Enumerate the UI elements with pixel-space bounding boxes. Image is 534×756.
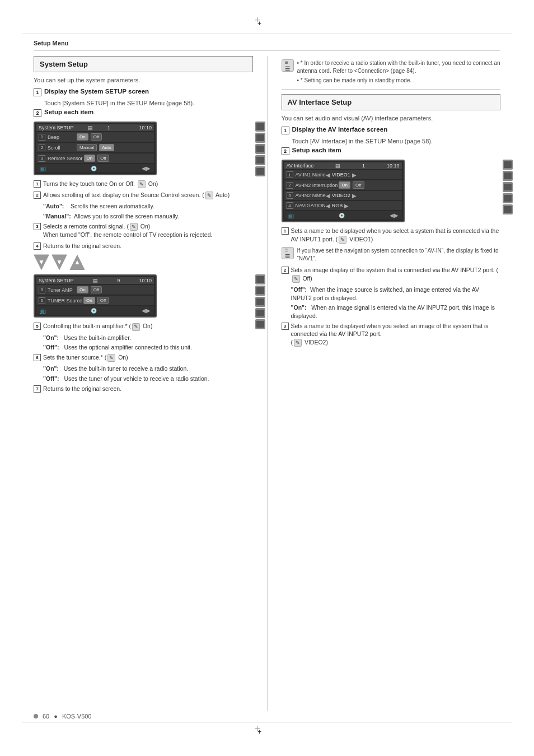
av-setup-desc: You can set audio and visual (AV) interf… xyxy=(282,115,501,122)
av-step1-num: 1 xyxy=(282,127,289,134)
screen2-row6-btn-off[interactable]: Off xyxy=(97,297,109,304)
separator xyxy=(282,89,501,90)
av-nav-cd: 💿 xyxy=(339,213,345,218)
av-row1-arr-left[interactable]: ◀ xyxy=(326,172,330,178)
footer-area: 60 ● KOS-V500 xyxy=(34,713,92,720)
av-step1-item: 1 Display the AV Interface screen xyxy=(282,126,501,134)
header-area: Setup Menu xyxy=(34,39,500,51)
av-row3-arr-right[interactable]: ▶ xyxy=(352,193,357,199)
item1-text: Turns the key touch tone On or Off. ✎ On… xyxy=(43,180,253,188)
av-screen-title-bar: AV Interface ▤ 1 10:10 xyxy=(284,162,402,169)
av-row4-arr-right[interactable]: ▶ xyxy=(344,203,349,209)
screen1-row3-num: 3 xyxy=(39,155,45,162)
av-item2-num: 2 xyxy=(282,267,289,274)
step1-desc: Touch [System SETUP] in the SETUP Menu (… xyxy=(44,100,253,106)
av-item2-off: "Off": When the image source is switched… xyxy=(291,286,501,302)
av-row2-btn-off[interactable]: Off xyxy=(353,181,364,189)
screen2-row-5: 5 Tuner AMP On Off xyxy=(36,285,154,295)
step1-title: Display the System SETUP screen xyxy=(44,88,149,95)
av-row4-label: NAVIGATION xyxy=(296,203,326,208)
screen-mockup-2: System SETUP ▤ 9 10:10 5 Tuner AMP On Of… xyxy=(34,274,157,318)
av-side-icon-2 xyxy=(503,171,513,181)
side-icon2-1 xyxy=(255,274,265,284)
screen2-row5-btn-on[interactable]: On xyxy=(77,286,88,293)
screen-mockup-1-container: System SETUP ▤ 1 10:10 1 Beep On Off 2 S… xyxy=(34,122,253,175)
screen2-row6-btn-on[interactable]: On xyxy=(83,297,95,304)
av-note-text: If you have set the navigation system co… xyxy=(297,247,501,263)
screen1-row2-btn-manual[interactable]: Manual xyxy=(77,144,97,151)
av-screen-title: AV Interface xyxy=(287,163,314,169)
av-side-icon-5 xyxy=(503,204,513,214)
pencil-icon-1: ✎ xyxy=(138,180,146,188)
screen2-side-icons xyxy=(255,274,265,329)
screen2-row5-num: 5 xyxy=(39,287,45,293)
av-row4-value: RGB xyxy=(332,203,343,208)
note-text-2: • * Setting can be made only in standby … xyxy=(297,77,501,85)
screen1-icon: ▤ xyxy=(88,125,93,130)
nav-up-arrow[interactable]: ▲ xyxy=(69,254,85,270)
av-item-3: 3 Sets a name to be displayed when you s… xyxy=(282,322,501,347)
av-item-2: 2 Sets an image display of the system th… xyxy=(282,266,501,283)
screen1-row-2: 2 Scroll Manual Auto xyxy=(36,143,154,152)
item5-text: Controlling the built-in amplifier.* (✎ … xyxy=(43,322,253,330)
side-icon-3 xyxy=(255,144,265,154)
item-5: 5 Controlling the built-in amplifier.* (… xyxy=(34,322,253,330)
av-screen-time: 10:10 xyxy=(387,163,400,169)
av-row3-label: AV-IN2 Name xyxy=(296,193,326,198)
av-row2-btn-on[interactable]: On xyxy=(339,181,350,189)
pencil-icon-5: ✎ xyxy=(132,323,140,331)
screen2-row-6: 6 TUNER Source On Off xyxy=(36,296,154,305)
item5-detail-on: "On": Uses the built-in amplifier. xyxy=(43,334,253,342)
screen2-nav-tv: 📺 xyxy=(40,308,46,314)
av-nav-tv: 📺 xyxy=(288,213,294,218)
screen2-nav-arr: ◀▶ xyxy=(142,307,151,314)
screen1-title-bar: System SETUP ▤ 1 10:10 xyxy=(36,124,154,131)
screen1-row1-btn-off[interactable]: Off xyxy=(91,133,102,141)
screen1-row2-btn-auto[interactable]: Auto xyxy=(99,144,114,151)
step2-num: 2 xyxy=(34,109,41,117)
right-column: ≡☰ • * In order to receive a radio stati… xyxy=(282,56,501,711)
av-item2-text: Sets an image display of the system that… xyxy=(291,266,501,283)
av-row1-label: AV-IN1 Name xyxy=(296,172,326,178)
nav-down-arrow2[interactable]: ▼ xyxy=(51,254,67,270)
screen2-title: System SETUP xyxy=(39,278,74,283)
screen2-row5-label: Tuner AMP xyxy=(48,287,76,293)
left-notes-box: ≡☰ • * In order to receive a radio stati… xyxy=(282,59,501,85)
step1-num: 1 xyxy=(34,88,41,96)
side-icon-5 xyxy=(255,166,265,176)
screen2-time: 10:10 xyxy=(139,278,152,283)
av-screen-icon: ▤ xyxy=(335,163,340,169)
av-row4-arr-left[interactable]: ◀ xyxy=(326,203,330,209)
screen2-row6-label: TUNER Source xyxy=(48,298,82,304)
side-icon2-3 xyxy=(255,297,265,307)
footer-sep: ● xyxy=(54,713,58,720)
item6-num: 6 xyxy=(34,354,41,361)
pencil-icon-6: ✎ xyxy=(107,354,115,362)
av-row1-arr-right[interactable]: ▶ xyxy=(352,172,357,178)
screen2-row5-btn-off[interactable]: Off xyxy=(91,286,102,293)
screen1-row2-num: 2 xyxy=(39,144,45,151)
pencil-icon-2: ✎ xyxy=(205,192,213,199)
screen2-bottom-nav: 📺 💿 ◀▶ xyxy=(36,306,154,315)
screen1-bottom-nav: 📺 💿 ◀▶ xyxy=(36,164,154,172)
item-3: 3 Selects a remote control signal. (✎ On… xyxy=(34,222,253,239)
header-label: Setup Menu xyxy=(34,40,68,46)
side-icon-2 xyxy=(255,133,265,143)
screen-mockup-2-container: System SETUP ▤ 9 10:10 5 Tuner AMP On Of… xyxy=(34,274,253,318)
av-row3-num: 3 xyxy=(287,192,293,199)
screen1-row3-btn-off[interactable]: Off xyxy=(97,155,109,162)
item5-detail-off: "Off": Uses the optional amplifier conne… xyxy=(43,343,253,352)
nav-down-arrow[interactable]: ▼ xyxy=(34,254,49,270)
side-icon-4 xyxy=(255,155,265,165)
av-side-icons xyxy=(503,160,513,214)
note-icon-left: ≡☰ xyxy=(282,59,294,72)
column-divider xyxy=(267,56,268,711)
av-row3-arr-left[interactable]: ◀ xyxy=(326,193,330,199)
av-row2-num: 2 xyxy=(287,182,293,189)
screen1-row3-btn-on[interactable]: On xyxy=(84,155,96,162)
system-setup-desc: You can set up the system parameters. xyxy=(34,77,253,83)
av-nav-arr: ◀▶ xyxy=(390,212,399,218)
av-row-4: 4 NAVIGATION ◀ RGB ▶ xyxy=(284,201,402,210)
screen1-row1-btn-on[interactable]: On xyxy=(77,133,88,141)
item6-text: Sets the tuner source.* (✎ On) xyxy=(43,353,253,362)
